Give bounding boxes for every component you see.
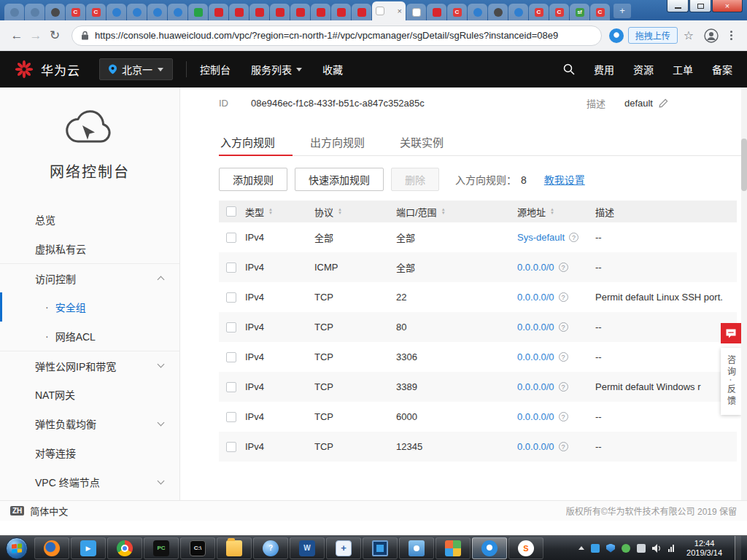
question-icon[interactable]: ? <box>559 442 568 451</box>
sort-icon[interactable]: ▲▼ <box>338 208 342 215</box>
browser-tab[interactable]: C <box>66 4 85 20</box>
browser-tab[interactable] <box>45 4 65 20</box>
teach-me-link[interactable]: 教我设置 <box>544 172 585 187</box>
row-checkbox[interactable] <box>226 322 236 332</box>
address-bar[interactable]: https://console.huaweicloud.com/vpc/?reg… <box>71 26 602 46</box>
source-link[interactable]: 0.0.0.0/0 <box>517 322 554 332</box>
row-checkbox[interactable] <box>226 352 236 362</box>
back-button[interactable]: ← <box>7 26 26 45</box>
browser-tab[interactable]: C <box>529 4 549 20</box>
nav-favorites[interactable]: 收藏 <box>322 62 343 77</box>
browser-tab[interactable]: sf <box>570 4 589 20</box>
row-checkbox[interactable] <box>226 233 236 243</box>
taskbar-button-chrome[interactable] <box>107 537 142 559</box>
question-icon[interactable]: ? <box>559 292 568 302</box>
row-checkbox[interactable] <box>226 382 236 392</box>
sidebar-item[interactable]: VPC 终端节点 <box>0 467 179 497</box>
source-link[interactable]: 0.0.0.0/0 <box>517 441 554 452</box>
taskbar-button-media[interactable]: ▶ <box>71 537 106 559</box>
scrollbar-track[interactable] <box>741 88 747 500</box>
taskbar-button-huawei-console[interactable] <box>472 537 507 559</box>
sidebar-item[interactable]: 总览 <box>0 205 179 234</box>
taskbar-button-snipping[interactable]: + <box>326 537 361 559</box>
scrollbar-thumb[interactable] <box>741 139 747 191</box>
browser-tab[interactable] <box>4 4 24 20</box>
huawei-extension-icon[interactable] <box>609 28 624 43</box>
nav-resources[interactable]: 资源 <box>633 62 654 77</box>
forward-button[interactable]: → <box>26 26 45 45</box>
taskbar-button-firefox[interactable] <box>34 537 69 559</box>
browser-tab[interactable] <box>311 4 330 20</box>
sort-icon[interactable]: ▲▼ <box>268 208 273 215</box>
feedback-label[interactable]: 咨询·反馈 <box>721 348 741 415</box>
browser-tab[interactable] <box>352 4 371 20</box>
browser-tab[interactable] <box>127 4 147 20</box>
window-minimize-button[interactable] <box>667 0 689 12</box>
nav-filing[interactable]: 备案 <box>712 62 732 77</box>
drag-upload-badge[interactable]: 拖拽上传 <box>628 27 678 44</box>
browser-tab[interactable]: C <box>86 4 106 20</box>
browser-tab[interactable] <box>427 4 446 20</box>
taskbar-button-explorer[interactable] <box>217 537 252 559</box>
source-link[interactable]: 0.0.0.0/0 <box>517 411 554 422</box>
question-icon[interactable]: ? <box>559 382 568 392</box>
volume-icon[interactable] <box>652 544 662 553</box>
source-link[interactable]: 0.0.0.0/0 <box>517 351 554 362</box>
browser-tab[interactable] <box>107 4 126 20</box>
edit-pencil-icon[interactable] <box>659 98 668 108</box>
question-icon[interactable]: ? <box>559 352 568 362</box>
nav-billing[interactable]: 费用 <box>594 62 614 77</box>
row-checkbox[interactable] <box>226 412 236 422</box>
show-desktop-button[interactable] <box>735 536 741 560</box>
browser-tab[interactable] <box>488 4 508 20</box>
browser-tab[interactable]: C <box>549 4 569 20</box>
quick-add-rule-button[interactable]: 快速添加规则 <box>295 168 384 191</box>
taskbar-clock[interactable]: 12:44 2019/3/14 <box>686 539 722 558</box>
browser-tab[interactable] <box>290 4 310 20</box>
source-link[interactable]: 0.0.0.0/0 <box>517 292 554 303</box>
source-link[interactable]: 0.0.0.0/0 <box>517 381 554 392</box>
security-shield-icon[interactable] <box>606 544 615 553</box>
taskbar-button-profile[interactable] <box>399 537 434 559</box>
tab-associated-instances[interactable]: 关联实例 <box>382 128 461 155</box>
feedback-chat-button[interactable] <box>721 323 741 343</box>
bookmark-star-icon[interactable]: ☆ <box>684 28 694 42</box>
sidebar-item[interactable]: NAT网关 <box>0 380 179 409</box>
browser-tab[interactable] <box>270 4 290 20</box>
sidebar-item[interactable]: 虚拟私有云 <box>0 234 179 263</box>
window-maximize-button[interactable] <box>689 0 711 12</box>
search-icon[interactable] <box>563 63 575 75</box>
start-button[interactable] <box>6 537 28 559</box>
browser-tab[interactable] <box>25 4 44 20</box>
browser-tab[interactable] <box>188 4 208 20</box>
question-icon[interactable]: ? <box>569 233 578 242</box>
browser-tab-active[interactable]: × <box>372 1 406 20</box>
hidden-icons-chevron[interactable] <box>578 546 584 550</box>
tab-close-button[interactable]: × <box>398 7 402 15</box>
browser-profile-avatar[interactable] <box>704 28 719 43</box>
question-icon[interactable]: ? <box>559 322 568 332</box>
row-checkbox[interactable] <box>226 442 236 452</box>
taskbar-button-terminal[interactable]: C:\ <box>180 537 215 559</box>
sidebar-item[interactable]: ·网络ACL <box>0 322 179 351</box>
browser-tab[interactable]: C <box>590 4 610 20</box>
window-close-button[interactable]: × <box>712 0 743 12</box>
taskbar-button-w-app[interactable]: W <box>290 537 325 559</box>
browser-tab[interactable] <box>249 4 269 20</box>
browser-tab[interactable] <box>147 4 167 20</box>
sort-icon[interactable]: ▲▼ <box>441 208 446 215</box>
taskbar-button-palette[interactable] <box>436 537 471 559</box>
add-rule-button[interactable]: 添加规则 <box>219 168 287 191</box>
browser-tab[interactable] <box>508 4 528 20</box>
select-all-checkbox[interactable] <box>226 206 236 217</box>
question-icon[interactable]: ? <box>559 412 568 421</box>
taskbar-button-sogou[interactable]: S <box>508 537 543 559</box>
row-checkbox[interactable] <box>226 292 236 303</box>
sort-icon[interactable]: ▲▼ <box>550 208 554 215</box>
region-selector[interactable]: 北京一 <box>99 58 173 80</box>
nav-service-list[interactable]: 服务列表 <box>251 62 302 77</box>
browser-tab[interactable] <box>229 4 249 20</box>
language-selector[interactable]: 简体中文 <box>30 504 68 518</box>
browser-tab[interactable] <box>168 4 187 20</box>
tab-outbound-rules[interactable]: 出方向规则 <box>293 128 382 155</box>
